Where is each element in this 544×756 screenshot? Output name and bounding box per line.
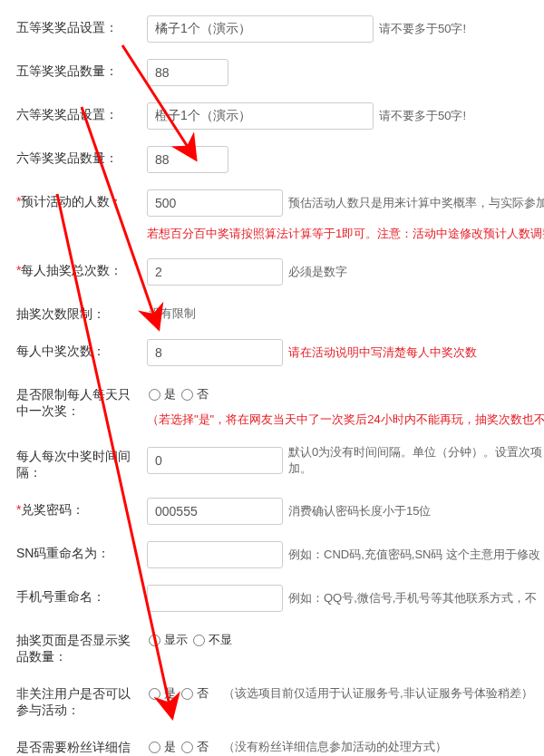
row-est-people: *预计活动的人数： 预估活动人数只是用来计算中奖概率，与实际参加 若想百分百中奖… [0, 181, 544, 250]
label-win-times: 每人中奖次数： [0, 339, 147, 360]
row-need-fans: 是否需要粉丝详细信息： 是 否 （没有粉丝详细信息参加活动的处理方式） [0, 727, 544, 756]
label-redeem: *兑奖密码： [0, 498, 147, 519]
label-draw-limit: 抽奖次数限制： [0, 302, 147, 323]
note-daily-one: （若选择"是"，将在网友当天中了一次奖后24小时内不能再玩，抽奖次数也不 [147, 412, 544, 428]
input-interval[interactable] [147, 447, 283, 474]
text-draw-limit: 没有限制 [149, 302, 196, 322]
note-est-people: 若想百分百中奖请按照算法计算等于1即可。注意：活动中途修改预计人数调整 [147, 226, 544, 242]
row-daily-one: 是否限制每人每天只中一次奖： 是 否 （若选择"是"，将在网友当天中了一次奖后2… [0, 374, 544, 436]
hint-redeem: 消费确认密码长度小于15位 [288, 503, 431, 519]
radio-fans-yes[interactable]: 是 [147, 739, 176, 755]
hint-prize5: 请不要多于50字! [379, 21, 466, 37]
row-draw-limit: 抽奖次数限制： 没有限制 [0, 294, 544, 331]
hint-est-people: 预估活动人数只是用来计算中奖概率，与实际参加 [288, 195, 544, 211]
label-est-people: *预计活动的人数： [0, 189, 147, 210]
radio-nonfollow-no[interactable]: 否 [180, 685, 209, 702]
label-prize5-qty: 五等奖奖品数量： [0, 59, 147, 80]
input-total-draws[interactable] [147, 258, 283, 286]
radio-hide[interactable]: 不显 [191, 632, 232, 648]
hint-sn-rename: 例如：CND码,充值密码,SN码 这个主意用于修改 [288, 547, 540, 563]
hint-total-draws: 必须是数字 [288, 264, 347, 280]
hint-phone-rename: 例如：QQ号,微信号,手机号等其他联系方式，不 [288, 590, 537, 606]
radio-fans-no[interactable]: 否 [180, 739, 209, 755]
input-redeem[interactable] [147, 498, 283, 525]
input-sn-rename[interactable] [147, 541, 283, 568]
row-prize6: 六等奖奖品设置： 请不要多于50字! [0, 94, 544, 138]
radio-show[interactable]: 显示 [147, 632, 188, 648]
input-prize5-qty[interactable] [147, 59, 228, 86]
row-total-draws: *每人抽奖总次数： 必须是数字 [0, 250, 544, 294]
label-daily-one: 是否限制每人每天只中一次奖： [0, 383, 147, 420]
radio-daily-yes[interactable]: 是 [147, 386, 176, 402]
row-win-times: 每人中奖次数： 请在活动说明中写清楚每人中奖次数 [0, 331, 544, 374]
row-sn-rename: SN码重命名为： 例如：CND码,充值密码,SN码 这个主意用于修改 [0, 533, 544, 577]
input-est-people[interactable] [147, 189, 283, 217]
hint-nonfollow: （该选项目前仅适用于认证服务号,非认证服务号体验稍差） [223, 685, 533, 702]
row-redeem: *兑奖密码： 消费确认密码长度小于15位 [0, 489, 544, 533]
label-interval: 每人每次中奖时间间隔： [0, 444, 147, 481]
radio-nonfollow-yes[interactable]: 是 [147, 685, 176, 702]
row-nonfollow: 非关注用户是否可以参与活动： 是 否 （该选项目前仅适用于认证服务号,非认证服务… [0, 674, 544, 727]
hint-win-times: 请在活动说明中写清楚每人中奖次数 [288, 344, 477, 361]
label-nonfollow: 非关注用户是否可以参与活动： [0, 682, 147, 719]
hint-fans: （没有粉丝详细信息参加活动的处理方式） [223, 739, 447, 755]
label-sn-rename: SN码重命名为： [0, 541, 147, 562]
row-phone-rename: 手机号重命名： 例如：QQ号,微信号,手机号等其他联系方式，不 [0, 577, 544, 620]
label-prize6: 六等奖奖品设置： [0, 102, 147, 123]
input-prize6-qty[interactable] [147, 146, 228, 173]
hint-interval: 默认0为没有时间间隔。单位（分钟）。设置次项加。 [288, 444, 544, 477]
row-show-qty: 抽奖页面是否显示奖品数量： 显示 不显 [0, 620, 544, 674]
label-show-qty: 抽奖页面是否显示奖品数量： [0, 628, 147, 665]
input-prize5[interactable] [147, 15, 374, 43]
row-prize5: 五等奖奖品设置： 请不要多于50字! [0, 7, 544, 51]
row-prize6-qty: 六等奖奖品数量： [0, 138, 544, 181]
hint-prize6: 请不要多于50字! [379, 108, 466, 124]
input-phone-rename[interactable] [147, 585, 283, 612]
label-need-fans: 是否需要粉丝详细信息： [0, 735, 147, 756]
label-prize6-qty: 六等奖奖品数量： [0, 146, 147, 167]
row-interval: 每人每次中奖时间间隔： 默认0为没有时间间隔。单位（分钟）。设置次项加。 [0, 436, 544, 489]
settings-form: 五等奖奖品设置： 请不要多于50字! 五等奖奖品数量： 六等奖奖品设置： 请不要… [0, 0, 544, 756]
label-total-draws: *每人抽奖总次数： [0, 258, 147, 279]
radio-daily-no[interactable]: 否 [180, 386, 209, 402]
row-prize5-qty: 五等奖奖品数量： [0, 51, 544, 94]
label-prize5: 五等奖奖品设置： [0, 15, 147, 36]
input-prize6[interactable] [147, 102, 374, 130]
input-win-times[interactable] [147, 339, 283, 366]
label-phone-rename: 手机号重命名： [0, 585, 147, 606]
